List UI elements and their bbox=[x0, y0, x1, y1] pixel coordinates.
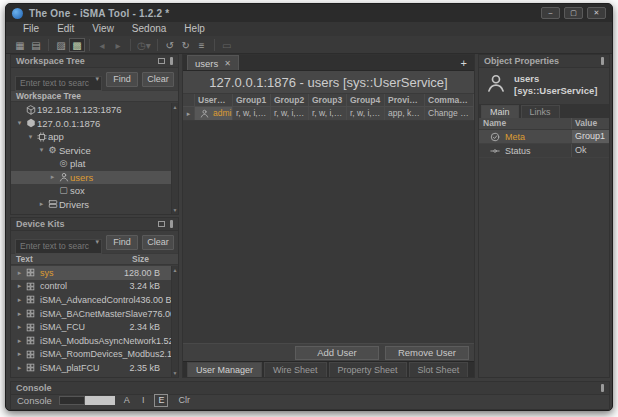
property-value[interactable]: Ok bbox=[571, 144, 609, 157]
pin-panel-icon[interactable] bbox=[601, 384, 604, 392]
expand-caret-icon[interactable]: ▸ bbox=[48, 173, 57, 181]
forward-icon[interactable]: ▸ bbox=[110, 38, 126, 52]
tab-users[interactable]: users ✕ bbox=[187, 55, 239, 70]
history-icon[interactable]: ◷▾ bbox=[135, 38, 153, 52]
tree-node-app[interactable]: ▾app bbox=[11, 130, 171, 144]
add-user-button[interactable]: Add User bbox=[295, 346, 379, 360]
connect-icon[interactable]: ▦ bbox=[12, 38, 28, 52]
tab-main[interactable]: Main bbox=[481, 105, 519, 118]
close-button[interactable]: ✕ bbox=[587, 7, 606, 19]
close-icon[interactable]: ✕ bbox=[224, 59, 231, 68]
scroll-down-icon[interactable]: ▼ bbox=[173, 207, 178, 213]
toolbar-separator bbox=[89, 39, 90, 51]
column-header-commands[interactable]: Commands bbox=[425, 94, 474, 106]
workspace-tree-search-input[interactable] bbox=[15, 76, 102, 91]
grid-off-icon[interactable]: ▨ bbox=[53, 38, 69, 52]
kit-row-isma_bacnetmasterslave[interactable]: ▸iSMA_BACnetMasterSlave776.00 B bbox=[11, 307, 171, 321]
expand-caret-icon[interactable]: ▾ bbox=[37, 146, 46, 154]
property-row-status[interactable]: StatusOk bbox=[479, 144, 609, 158]
workspace-tree-scrollbar[interactable]: ▲ ▼ bbox=[171, 103, 178, 214]
tab-property-sheet[interactable]: Property Sheet bbox=[329, 362, 407, 377]
property-row-meta[interactable]: MetaGroup1 bbox=[479, 130, 609, 144]
workspace-tree-clear-button[interactable]: Clear bbox=[142, 72, 174, 87]
kit-row-isma_modbusasyncnetwork[interactable]: ▸iSMA_ModbusAsyncNetwork1.52 kB bbox=[11, 334, 171, 348]
column-header-group3[interactable]: Group3 bbox=[309, 94, 347, 106]
minimize-button[interactable]: – bbox=[541, 7, 560, 19]
kit-row-isma_fcu[interactable]: ▸iSMA_FCU2.34 kB bbox=[11, 320, 171, 334]
tree-node-192-168-1-123-1876[interactable]: 192.168.1.123:1876 bbox=[11, 103, 171, 117]
column-header-group1[interactable]: Group1 bbox=[233, 94, 271, 106]
scroll-down-icon[interactable]: ▼ bbox=[173, 370, 178, 376]
maximize-button[interactable]: ▢ bbox=[564, 7, 583, 19]
tab-wire-sheet[interactable]: Wire Sheet bbox=[264, 362, 327, 377]
grid-on-icon[interactable]: ▩ bbox=[69, 38, 85, 52]
menu-view[interactable]: View bbox=[83, 22, 123, 36]
expand-caret-icon[interactable]: ▸ bbox=[15, 337, 24, 345]
chevron-down-icon[interactable]: ▾ bbox=[95, 75, 99, 83]
column-header-provisioning[interactable]: Provisioning... bbox=[385, 94, 425, 106]
username-cell[interactable]: admin bbox=[195, 107, 233, 120]
pin-panel-icon[interactable] bbox=[170, 220, 173, 228]
kit-row-isma_roomdevices_modbus[interactable]: ▸iSMA_RoomDevices_Modbus2.17 kB bbox=[11, 348, 171, 362]
pin-panel-icon[interactable] bbox=[601, 57, 604, 65]
workspace-tree-find-button[interactable]: Find bbox=[106, 72, 138, 87]
scroll-up-icon[interactable]: ▲ bbox=[173, 267, 178, 273]
expand-caret-icon[interactable]: ▸ bbox=[15, 282, 24, 290]
toolbar-separator bbox=[130, 39, 131, 51]
expand-caret-icon[interactable]: ▾ bbox=[15, 119, 24, 127]
add-tab-icon[interactable]: + bbox=[461, 57, 467, 69]
kit-row-sys[interactable]: ▸sys128.00 B bbox=[11, 266, 171, 280]
table-row[interactable]: ▸adminr, w, i, R, W, ...r, w, i, R, W, .… bbox=[183, 107, 474, 121]
redo-icon[interactable]: ↻ bbox=[178, 38, 194, 52]
undo-icon[interactable]: ↺ bbox=[162, 38, 178, 52]
list-icon[interactable]: ≡ bbox=[194, 38, 210, 52]
device-icon[interactable]: ▭ bbox=[219, 38, 235, 52]
row-selector-icon[interactable]: ▸ bbox=[183, 107, 195, 120]
console-button-clr[interactable]: Clr bbox=[176, 395, 192, 406]
workspace-icon[interactable]: ▤ bbox=[28, 38, 44, 52]
expand-caret-icon[interactable]: ▸ bbox=[15, 310, 24, 318]
column-header-group4[interactable]: Group4 bbox=[347, 94, 385, 106]
device-kits-find-button[interactable]: Find bbox=[106, 235, 138, 250]
kit-row-isma_advancedcontrol[interactable]: ▸iSMA_AdvancedControl436.00 B bbox=[11, 293, 171, 307]
tree-node-plat[interactable]: ◎plat bbox=[11, 157, 171, 171]
expand-caret-icon[interactable]: ▸ bbox=[37, 200, 46, 208]
console-button-a[interactable]: A bbox=[122, 395, 132, 406]
expand-caret-icon[interactable]: ▸ bbox=[15, 323, 24, 331]
tab-user-manager[interactable]: User Manager bbox=[187, 362, 262, 377]
column-header-group2[interactable]: Group2 bbox=[271, 94, 309, 106]
property-value[interactable]: Group1 bbox=[571, 130, 609, 143]
pin-panel-icon[interactable] bbox=[170, 57, 173, 65]
device-kits-search-input[interactable] bbox=[15, 239, 102, 254]
float-panel-icon[interactable] bbox=[158, 221, 165, 227]
kit-row-control[interactable]: ▸control3.24 kB bbox=[11, 280, 171, 294]
expand-caret-icon[interactable]: ▾ bbox=[26, 133, 35, 141]
console-button-i[interactable]: I bbox=[140, 395, 147, 406]
menu-file[interactable]: File bbox=[14, 22, 48, 36]
device-kits-scrollbar[interactable]: ▲ ▼ bbox=[171, 266, 178, 377]
expand-caret-icon[interactable]: ▸ bbox=[15, 364, 24, 372]
menu-help[interactable]: Help bbox=[175, 22, 214, 36]
tree-node-drivers[interactable]: ▸Drivers bbox=[11, 198, 171, 212]
menu-edit[interactable]: Edit bbox=[48, 22, 83, 36]
tree-node-users[interactable]: ▸users bbox=[11, 171, 171, 185]
chevron-down-icon[interactable]: ▾ bbox=[95, 238, 99, 246]
scroll-up-icon[interactable]: ▲ bbox=[173, 104, 178, 110]
tree-node-127-0-0-1-1876[interactable]: ▾127.0.0.1:1876 bbox=[11, 117, 171, 131]
float-panel-icon[interactable] bbox=[158, 58, 165, 64]
back-icon[interactable]: ◂ bbox=[94, 38, 110, 52]
tab-slot-sheet[interactable]: Slot Sheet bbox=[409, 362, 469, 377]
console-button-e[interactable]: E bbox=[154, 394, 168, 407]
expand-caret-icon[interactable]: ▸ bbox=[15, 350, 24, 358]
tree-node-label: 127.0.0.1:1876 bbox=[37, 118, 100, 129]
tree-node-service[interactable]: ▾⚙Service bbox=[11, 144, 171, 158]
remove-user-button[interactable]: Remove User bbox=[385, 346, 469, 360]
column-header-username[interactable]: Username bbox=[195, 94, 233, 106]
tab-links[interactable]: Links bbox=[521, 105, 560, 118]
device-kits-clear-button[interactable]: Clear bbox=[142, 235, 174, 250]
expand-caret-icon[interactable]: ▸ bbox=[15, 269, 24, 277]
kit-row-isma_platfcu[interactable]: ▸iSMA_platFCU2.35 kB bbox=[11, 361, 171, 375]
tree-node-sox[interactable]: ▢sox bbox=[11, 184, 171, 198]
menu-sedona[interactable]: Sedona bbox=[123, 22, 175, 36]
expand-caret-icon[interactable]: ▸ bbox=[15, 296, 24, 304]
